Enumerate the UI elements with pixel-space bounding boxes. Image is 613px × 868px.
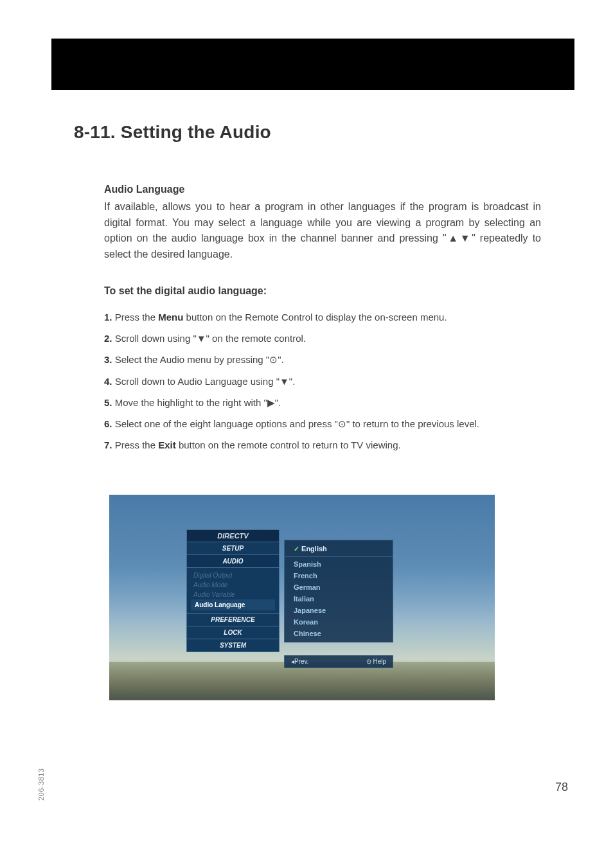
osd-footer-help: ⊙ Help	[366, 658, 386, 665]
lang-english: English	[285, 543, 393, 555]
step-number: 7.	[104, 439, 112, 450]
osd-sub-audio-variable: Audio Variable	[191, 590, 275, 599]
step-1: 1. Press the Menu button on the Remote C…	[104, 310, 541, 324]
osd-menu-audio: AUDIO	[186, 555, 280, 568]
step-number: 4.	[104, 376, 112, 387]
osd-menu-lock: LOCK	[186, 626, 280, 639]
step-number: 3.	[104, 354, 112, 365]
osd-language-list: English Spanish French German Italian Ja…	[284, 540, 393, 642]
step-text: Scroll down to Audio Language using "▼".	[112, 376, 296, 387]
step-2: 2. Scroll down using "▼" on the remote c…	[104, 331, 541, 346]
step-keyword: Exit	[158, 439, 176, 450]
step-number: 6.	[104, 418, 112, 429]
lang-chinese: Chinese	[285, 628, 393, 639]
step-keyword: Menu	[158, 312, 183, 323]
step-text: button on the Remote Control to display …	[183, 312, 447, 323]
page-number: 78	[555, 781, 568, 794]
lang-french: French	[285, 570, 393, 581]
osd-footer-prev: ◂Prev.	[291, 658, 309, 665]
step-6: 6. Select one of the eight language opti…	[104, 416, 541, 431]
header-black-bar	[51, 39, 574, 90]
step-number: 1.	[104, 312, 112, 323]
divider	[285, 556, 393, 557]
lang-spanish: Spanish	[285, 558, 393, 570]
subsection-paragraph: If available, allows you to hear a progr…	[104, 199, 541, 263]
lang-german: German	[285, 581, 393, 593]
step-number: 5.	[104, 397, 112, 408]
lang-japanese: Japanese	[285, 605, 393, 616]
step-3: 3. Select the Audio menu by pressing "⊙"…	[104, 352, 541, 367]
step-text: Scroll down using "▼" on the remote cont…	[112, 333, 306, 344]
document-id: 206-3813	[37, 768, 45, 801]
osd-footer: ◂Prev. ⊙ Help	[284, 655, 393, 668]
osd-menu-system: SYSTEM	[186, 639, 280, 652]
lang-korean: Korean	[285, 616, 393, 628]
tv-screenshot: DIRECTV SETUP AUDIO Digital Output Audio…	[109, 495, 495, 700]
steps-list: 1. Press the Menu button on the Remote C…	[104, 310, 541, 453]
step-5: 5. Move the highlight to the right with …	[104, 395, 541, 410]
osd-audio-subitems: Digital Output Audio Mode Audio Variable…	[186, 568, 280, 614]
page: 8-11. Setting the Audio Audio Language I…	[0, 0, 613, 868]
lang-italian: Italian	[285, 593, 393, 605]
osd-sub-audio-mode: Audio Mode	[191, 580, 275, 590]
step-text: button on the remote control to return t…	[176, 439, 401, 450]
step-7: 7. Press the Exit button on the remote c…	[104, 438, 541, 452]
section-heading: 8-11. Setting the Audio	[74, 122, 271, 143]
osd-menu-header: DIRECTV	[186, 529, 280, 542]
procedure-heading: To set the digital audio language:	[104, 283, 541, 299]
subsection-title: Audio Language	[104, 182, 541, 198]
step-number: 2.	[104, 333, 112, 344]
content-block: Audio Language If available, allows you …	[104, 182, 541, 459]
osd-menu-setup: SETUP	[186, 542, 280, 555]
step-text: Press the	[112, 439, 159, 450]
osd-sub-audio-language: Audio Language	[191, 599, 275, 610]
osd-menu-preference: PREFERENCE	[186, 614, 280, 626]
step-text: Move the highlight to the right with "▶"…	[112, 397, 281, 408]
osd-sub-digital-output: Digital Output	[191, 571, 275, 580]
osd-menu-panel: DIRECTV SETUP AUDIO Digital Output Audio…	[186, 529, 280, 652]
step-text: Press the	[112, 312, 159, 323]
step-4: 4. Scroll down to Audio Language using "…	[104, 374, 541, 389]
step-text: Select one of the eight language options…	[112, 418, 480, 429]
step-text: Select the Audio menu by pressing "⊙".	[112, 354, 284, 365]
